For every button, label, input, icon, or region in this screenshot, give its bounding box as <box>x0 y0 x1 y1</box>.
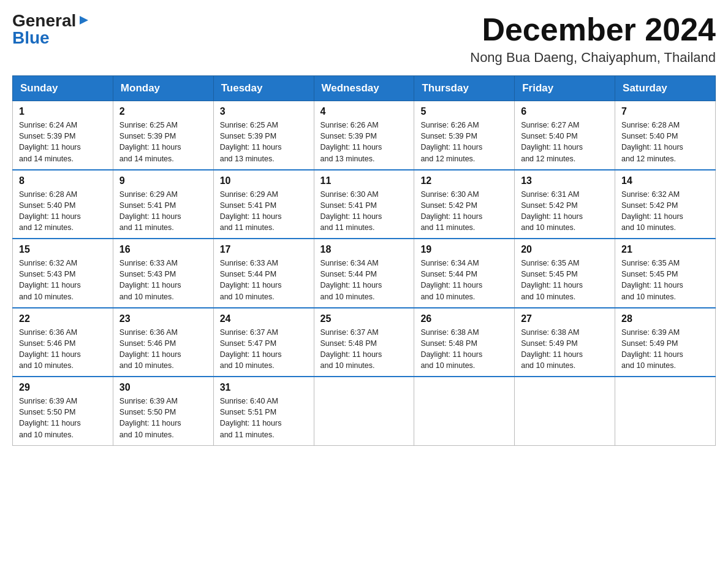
day-cell: 16 Sunrise: 6:33 AM Sunset: 5:43 PM Dayl… <box>113 239 213 308</box>
day-number: 18 <box>320 244 408 255</box>
day-info: Sunrise: 6:36 AM Sunset: 5:46 PM Dayligh… <box>119 327 207 372</box>
day-info: Sunrise: 6:26 AM Sunset: 5:39 PM Dayligh… <box>420 120 508 164</box>
header-tuesday: Tuesday <box>213 76 314 101</box>
day-info: Sunrise: 6:33 AM Sunset: 5:44 PM Dayligh… <box>220 258 308 302</box>
day-number: 20 <box>521 244 609 255</box>
header-thursday: Thursday <box>414 76 515 101</box>
header-sunday: Sunday <box>13 76 113 101</box>
day-number: 16 <box>119 244 207 255</box>
day-number: 24 <box>220 313 308 324</box>
day-cell <box>615 377 716 445</box>
location-title: Nong Bua Daeng, Chaiyaphum, Thailand <box>470 50 716 66</box>
day-number: 11 <box>320 175 408 186</box>
day-info: Sunrise: 6:25 AM Sunset: 5:39 PM Dayligh… <box>119 120 207 164</box>
day-info: Sunrise: 6:30 AM Sunset: 5:42 PM Dayligh… <box>420 189 508 234</box>
logo-general: General <box>12 12 76 29</box>
day-cell: 10 Sunrise: 6:29 AM Sunset: 5:41 PM Dayl… <box>213 170 314 239</box>
day-cell <box>414 377 515 445</box>
day-info: Sunrise: 6:35 AM Sunset: 5:45 PM Dayligh… <box>521 258 609 302</box>
day-number: 23 <box>119 313 207 324</box>
day-info: Sunrise: 6:34 AM Sunset: 5:44 PM Dayligh… <box>320 258 408 302</box>
day-info: Sunrise: 6:35 AM Sunset: 5:45 PM Dayligh… <box>621 258 709 302</box>
day-number: 26 <box>420 313 508 324</box>
calendar-table: SundayMondayTuesdayWednesdayThursdayFrid… <box>12 75 716 446</box>
day-cell: 26 Sunrise: 6:38 AM Sunset: 5:48 PM Dayl… <box>414 308 515 377</box>
day-cell: 17 Sunrise: 6:33 AM Sunset: 5:44 PM Dayl… <box>213 239 314 308</box>
page-header: General Blue December 2024 Nong Bua Daen… <box>12 12 716 66</box>
day-number: 28 <box>621 313 709 324</box>
day-number: 1 <box>19 106 107 117</box>
day-info: Sunrise: 6:31 AM Sunset: 5:42 PM Dayligh… <box>521 189 609 234</box>
day-number: 3 <box>220 106 308 117</box>
day-info: Sunrise: 6:39 AM Sunset: 5:50 PM Dayligh… <box>119 396 207 440</box>
logo: General Blue <box>12 12 91 47</box>
day-number: 10 <box>220 175 308 186</box>
day-number: 31 <box>220 382 308 393</box>
week-row-2: 8 Sunrise: 6:28 AM Sunset: 5:40 PM Dayli… <box>13 170 716 239</box>
week-row-1: 1 Sunrise: 6:24 AM Sunset: 5:39 PM Dayli… <box>13 101 716 170</box>
day-number: 15 <box>19 244 107 255</box>
day-number: 29 <box>19 382 107 393</box>
day-info: Sunrise: 6:39 AM Sunset: 5:50 PM Dayligh… <box>19 396 107 440</box>
day-cell: 12 Sunrise: 6:30 AM Sunset: 5:42 PM Dayl… <box>414 170 515 239</box>
logo-triangle-icon <box>77 13 91 27</box>
header-friday: Friday <box>515 76 615 101</box>
day-number: 30 <box>119 382 207 393</box>
day-info: Sunrise: 6:37 AM Sunset: 5:48 PM Dayligh… <box>320 327 408 372</box>
day-cell: 22 Sunrise: 6:36 AM Sunset: 5:46 PM Dayl… <box>13 308 113 377</box>
day-cell: 15 Sunrise: 6:32 AM Sunset: 5:43 PM Dayl… <box>13 239 113 308</box>
day-number: 4 <box>320 106 408 117</box>
day-cell <box>515 377 615 445</box>
day-number: 13 <box>521 175 609 186</box>
month-title: December 2024 <box>470 12 716 47</box>
day-info: Sunrise: 6:38 AM Sunset: 5:48 PM Dayligh… <box>420 327 508 372</box>
day-cell: 28 Sunrise: 6:39 AM Sunset: 5:49 PM Dayl… <box>615 308 716 377</box>
day-cell: 25 Sunrise: 6:37 AM Sunset: 5:48 PM Dayl… <box>314 308 414 377</box>
day-number: 2 <box>119 106 207 117</box>
day-cell: 7 Sunrise: 6:28 AM Sunset: 5:40 PM Dayli… <box>615 101 716 170</box>
logo-blue: Blue <box>12 29 50 47</box>
day-info: Sunrise: 6:40 AM Sunset: 5:51 PM Dayligh… <box>220 396 308 440</box>
day-number: 19 <box>420 244 508 255</box>
day-cell: 11 Sunrise: 6:30 AM Sunset: 5:41 PM Dayl… <box>314 170 414 239</box>
day-number: 14 <box>621 175 709 186</box>
day-cell: 1 Sunrise: 6:24 AM Sunset: 5:39 PM Dayli… <box>13 101 113 170</box>
day-cell: 29 Sunrise: 6:39 AM Sunset: 5:50 PM Dayl… <box>13 377 113 445</box>
header-row: SundayMondayTuesdayWednesdayThursdayFrid… <box>13 76 716 101</box>
day-info: Sunrise: 6:29 AM Sunset: 5:41 PM Dayligh… <box>119 189 207 234</box>
day-cell: 23 Sunrise: 6:36 AM Sunset: 5:46 PM Dayl… <box>113 308 213 377</box>
day-info: Sunrise: 6:38 AM Sunset: 5:49 PM Dayligh… <box>521 327 609 372</box>
day-number: 7 <box>621 106 709 117</box>
week-row-5: 29 Sunrise: 6:39 AM Sunset: 5:50 PM Dayl… <box>13 377 716 445</box>
day-cell: 13 Sunrise: 6:31 AM Sunset: 5:42 PM Dayl… <box>515 170 615 239</box>
day-cell: 8 Sunrise: 6:28 AM Sunset: 5:40 PM Dayli… <box>13 170 113 239</box>
svg-marker-0 <box>80 16 88 25</box>
day-cell: 5 Sunrise: 6:26 AM Sunset: 5:39 PM Dayli… <box>414 101 515 170</box>
day-info: Sunrise: 6:24 AM Sunset: 5:39 PM Dayligh… <box>19 120 107 164</box>
day-info: Sunrise: 6:25 AM Sunset: 5:39 PM Dayligh… <box>220 120 308 164</box>
day-number: 25 <box>320 313 408 324</box>
day-info: Sunrise: 6:37 AM Sunset: 5:47 PM Dayligh… <box>220 327 308 372</box>
day-info: Sunrise: 6:26 AM Sunset: 5:39 PM Dayligh… <box>320 120 408 164</box>
day-cell: 19 Sunrise: 6:34 AM Sunset: 5:44 PM Dayl… <box>414 239 515 308</box>
day-cell: 24 Sunrise: 6:37 AM Sunset: 5:47 PM Dayl… <box>213 308 314 377</box>
day-number: 9 <box>119 175 207 186</box>
day-number: 27 <box>521 313 609 324</box>
day-info: Sunrise: 6:36 AM Sunset: 5:46 PM Dayligh… <box>19 327 107 372</box>
day-cell: 9 Sunrise: 6:29 AM Sunset: 5:41 PM Dayli… <box>113 170 213 239</box>
day-number: 17 <box>220 244 308 255</box>
week-row-3: 15 Sunrise: 6:32 AM Sunset: 5:43 PM Dayl… <box>13 239 716 308</box>
day-cell: 3 Sunrise: 6:25 AM Sunset: 5:39 PM Dayli… <box>213 101 314 170</box>
day-info: Sunrise: 6:28 AM Sunset: 5:40 PM Dayligh… <box>19 189 107 234</box>
day-cell: 18 Sunrise: 6:34 AM Sunset: 5:44 PM Dayl… <box>314 239 414 308</box>
day-cell: 31 Sunrise: 6:40 AM Sunset: 5:51 PM Dayl… <box>213 377 314 445</box>
day-cell: 20 Sunrise: 6:35 AM Sunset: 5:45 PM Dayl… <box>515 239 615 308</box>
day-cell: 2 Sunrise: 6:25 AM Sunset: 5:39 PM Dayli… <box>113 101 213 170</box>
header-saturday: Saturday <box>615 76 716 101</box>
title-area: December 2024 Nong Bua Daeng, Chaiyaphum… <box>470 12 716 66</box>
day-cell: 6 Sunrise: 6:27 AM Sunset: 5:40 PM Dayli… <box>515 101 615 170</box>
day-info: Sunrise: 6:33 AM Sunset: 5:43 PM Dayligh… <box>119 258 207 302</box>
day-info: Sunrise: 6:29 AM Sunset: 5:41 PM Dayligh… <box>220 189 308 234</box>
day-info: Sunrise: 6:32 AM Sunset: 5:42 PM Dayligh… <box>621 189 709 234</box>
day-cell: 4 Sunrise: 6:26 AM Sunset: 5:39 PM Dayli… <box>314 101 414 170</box>
